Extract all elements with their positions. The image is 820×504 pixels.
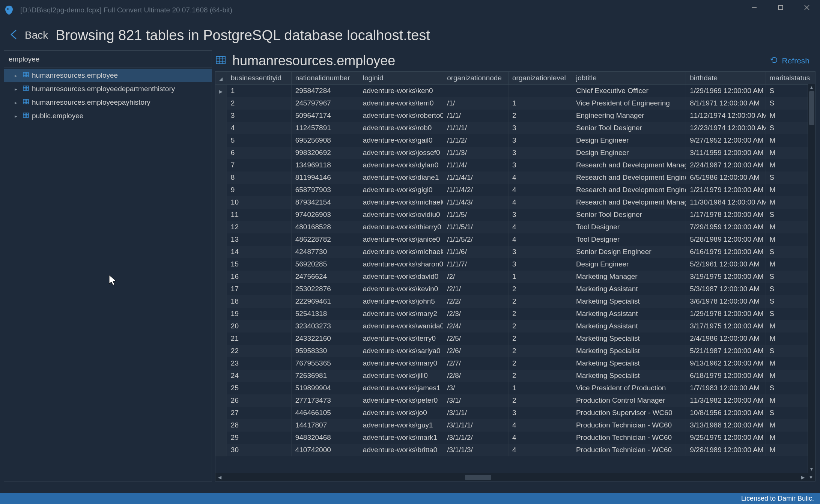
- row-header[interactable]: [215, 345, 227, 357]
- cell[interactable]: Marketing Specialist: [572, 295, 686, 308]
- scroll-left-icon[interactable]: ◀: [215, 473, 224, 481]
- row-header[interactable]: ▶: [215, 85, 227, 97]
- row-header[interactable]: [215, 172, 227, 184]
- row-header[interactable]: [215, 419, 227, 432]
- minimize-button[interactable]: [741, 0, 767, 15]
- cell[interactable]: Research and Development Engineer: [572, 172, 686, 184]
- cell[interactable]: 5: [227, 134, 291, 147]
- column-header-organizationnode[interactable]: organizationnode: [443, 72, 509, 85]
- table-row[interactable]: 2472636981adventure-works\jill0/2/8/2Mar…: [215, 370, 815, 382]
- table-row[interactable]: 1952541318adventure-works\mary2/2/3/2Mar…: [215, 308, 815, 320]
- cell[interactable]: 5/28/1989 12:00:00 AM: [686, 233, 766, 246]
- scroll-up-icon[interactable]: ▲: [808, 84, 815, 91]
- cell[interactable]: 112457891: [291, 122, 359, 134]
- cell[interactable]: adventure-works\mary2: [359, 308, 443, 320]
- cell[interactable]: Design Engineer: [572, 258, 686, 271]
- close-button[interactable]: [794, 0, 820, 15]
- cell[interactable]: 1/29/1978 12:00:00 AM: [686, 308, 766, 320]
- cell[interactable]: 974026903: [291, 209, 359, 221]
- cell[interactable]: Senior Tool Designer: [572, 122, 686, 134]
- cell[interactable]: 134969118: [291, 159, 359, 172]
- vertical-scrollbar[interactable]: ▲ ▼: [808, 84, 815, 473]
- cell[interactable]: Marketing Specialist: [572, 345, 686, 357]
- cell[interactable]: 11/30/1984 12:00:00 AM: [686, 196, 766, 209]
- table-row[interactable]: 12480168528adventure-works\thierry0/1/1/…: [215, 221, 815, 233]
- cell[interactable]: 4: [509, 221, 572, 233]
- row-header[interactable]: [215, 308, 227, 320]
- cell[interactable]: 18: [227, 295, 291, 308]
- cell[interactable]: 9/25/1975 12:00:00 AM: [686, 432, 766, 444]
- cell[interactable]: adventure-works\jossef0: [359, 147, 443, 159]
- cell[interactable]: 2/24/1987 12:00:00 AM: [686, 159, 766, 172]
- cell[interactable]: /2/6/: [443, 345, 509, 357]
- cell[interactable]: 10/8/1956 12:00:00 AM: [686, 407, 766, 419]
- cell[interactable]: 2: [509, 370, 572, 382]
- cell[interactable]: Design Engineer: [572, 147, 686, 159]
- cell[interactable]: adventure-works\gigi0: [359, 184, 443, 196]
- cell[interactable]: Chief Executive Officer: [572, 85, 686, 97]
- cell[interactable]: 4: [509, 172, 572, 184]
- sidebar-item-1[interactable]: ▸humanresources.employeedepartmenthistor…: [4, 82, 212, 96]
- cell[interactable]: 22: [227, 345, 291, 357]
- cell[interactable]: Research and Development Manager: [572, 159, 686, 172]
- cell[interactable]: adventure-works\dylan0: [359, 159, 443, 172]
- cell[interactable]: 1: [509, 97, 572, 110]
- scroll-down-icon[interactable]: ▼: [808, 465, 815, 473]
- cell[interactable]: 9: [227, 184, 291, 196]
- cell[interactable]: 6: [227, 147, 291, 159]
- row-header[interactable]: [215, 295, 227, 308]
- cell[interactable]: 480168528: [291, 221, 359, 233]
- row-header[interactable]: [215, 320, 227, 332]
- cell[interactable]: Marketing Specialist: [572, 357, 686, 370]
- cell[interactable]: Research and Development Engineer: [572, 184, 686, 196]
- table-row[interactable]: 18222969461adventure-works\john5/2/2/2Ma…: [215, 295, 815, 308]
- cell[interactable]: Senior Design Engineer: [572, 246, 686, 258]
- cell[interactable]: 2/4/1986 12:00:00 AM: [686, 332, 766, 345]
- cell[interactable]: 12/23/1974 12:00:00 AM: [686, 122, 766, 134]
- cell[interactable]: 6/5/1986 12:00:00 AM: [686, 172, 766, 184]
- row-header[interactable]: [215, 258, 227, 271]
- cell[interactable]: 4: [509, 432, 572, 444]
- horizontal-scrollbar[interactable]: ◀ ▶ ▼: [215, 473, 815, 481]
- cell[interactable]: 7/29/1959 12:00:00 AM: [686, 221, 766, 233]
- cell[interactable]: 14417807: [291, 419, 359, 432]
- table-row[interactable]: 5695256908adventure-works\gail0/1/1/2/3D…: [215, 134, 815, 147]
- row-header[interactable]: [215, 332, 227, 345]
- cell[interactable]: 3: [509, 134, 572, 147]
- back-button[interactable]: Back: [8, 28, 48, 43]
- table-row[interactable]: ▶1295847284adventure-works\ken0Chief Exe…: [215, 85, 815, 97]
- table-row[interactable]: 2295958330adventure-works\sariya0/2/6/2M…: [215, 345, 815, 357]
- table-row[interactable]: 4112457891adventure-works\rob0/1/1/1/3Se…: [215, 122, 815, 134]
- table-row[interactable]: 26277173473adventure-works\peter0/3/1/2P…: [215, 394, 815, 407]
- table-row[interactable]: 11974026903adventure-works\ovidiu0/1/1/5…: [215, 209, 815, 221]
- cell[interactable]: adventure-works\kevin0: [359, 283, 443, 295]
- cell[interactable]: 245797967: [291, 97, 359, 110]
- cell[interactable]: 2: [509, 320, 572, 332]
- cell[interactable]: 72636981: [291, 370, 359, 382]
- cell[interactable]: 42487730: [291, 246, 359, 258]
- cell[interactable]: /1/1/7/: [443, 258, 509, 271]
- cell[interactable]: 3: [509, 407, 572, 419]
- cell[interactable]: /1/1/4/3/: [443, 196, 509, 209]
- cell[interactable]: adventure-works\ovidiu0: [359, 209, 443, 221]
- cell[interactable]: Production Control Manager: [572, 394, 686, 407]
- cell[interactable]: adventure-works\mark1: [359, 432, 443, 444]
- table-row[interactable]: 3509647174adventure-works\roberto0/1/1/2…: [215, 110, 815, 122]
- cell[interactable]: 2: [227, 97, 291, 110]
- cell[interactable]: 13: [227, 233, 291, 246]
- row-header[interactable]: [215, 370, 227, 382]
- row-header[interactable]: [215, 394, 227, 407]
- row-header[interactable]: [215, 357, 227, 370]
- cell[interactable]: Tool Designer: [572, 221, 686, 233]
- cell[interactable]: /2/1/: [443, 283, 509, 295]
- cell[interactable]: 3/11/1959 12:00:00 AM: [686, 147, 766, 159]
- row-header[interactable]: [215, 134, 227, 147]
- cell[interactable]: adventure-works\mary0: [359, 357, 443, 370]
- cell[interactable]: /2/7/: [443, 357, 509, 370]
- cell[interactable]: 4: [509, 419, 572, 432]
- cell[interactable]: adventure-works\james1: [359, 382, 443, 394]
- maximize-button[interactable]: [767, 0, 794, 15]
- table-row[interactable]: 17253022876adventure-works\kevin0/2/1/2M…: [215, 283, 815, 295]
- cell[interactable]: Marketing Assistant: [572, 308, 686, 320]
- cell[interactable]: Production Supervisor - WC60: [572, 407, 686, 419]
